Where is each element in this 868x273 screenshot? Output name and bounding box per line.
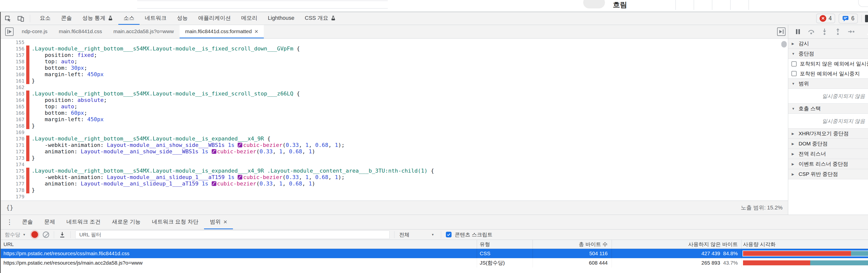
line-number[interactable]: 175 [1, 168, 25, 174]
device-toolbar-icon[interactable] [17, 15, 25, 22]
line-number[interactable]: 158 [1, 58, 25, 65]
clear-coverage-button[interactable] [43, 231, 49, 238]
section-breakpoints[interactable]: ▼중단점 [788, 49, 868, 59]
line-number[interactable]: 177 [1, 181, 25, 187]
line-number[interactable]: 161 [1, 78, 25, 84]
tab-label: 애플리케이션 [198, 15, 231, 22]
record-coverage-button[interactable] [31, 231, 38, 238]
tab-lighthouse[interactable]: Lighthouse [262, 12, 300, 25]
col-usage-visualization[interactable]: 사용량 시각화 [742, 240, 868, 248]
section-csp-violation-breakpoints[interactable]: ▶CSP 위반 중단점 [788, 169, 868, 179]
table-row[interactable]: https://pm.pstatic.net/resources/js/main… [1, 258, 868, 268]
line-number[interactable]: 168 [1, 122, 25, 129]
line-number[interactable]: 159 [1, 65, 25, 71]
col-unused-bytes[interactable]: 사용하지 않은 바이트 [612, 240, 742, 248]
bezier-swatch-icon[interactable] [212, 149, 216, 154]
sidebar-toggle-icon[interactable] [777, 27, 785, 36]
line-number[interactable]: 165 [1, 103, 25, 110]
drawer-tab-console[interactable]: 콘솔 [16, 215, 38, 229]
tab-network[interactable]: 네트워크 [140, 12, 172, 25]
line-number[interactable]: 157 [1, 52, 25, 58]
tab-performance-insights[interactable]: 성능 통계 [77, 12, 118, 25]
triangle-down-icon: ▼ [792, 52, 796, 56]
section-global-listeners[interactable]: ▶전역 리스너 [788, 149, 868, 159]
step-out-icon[interactable] [834, 28, 842, 35]
drawer-tab-network-conditions[interactable]: 네트워크 조건 [61, 215, 106, 229]
col-type[interactable]: 유형 [477, 240, 533, 248]
step-icon[interactable] [847, 28, 855, 35]
inspect-element-icon[interactable] [4, 15, 11, 22]
section-call-stack[interactable]: ▼호출 스택 [788, 104, 868, 114]
code-line: 158 top: auto; [1, 58, 778, 65]
bezier-swatch-icon[interactable] [238, 175, 242, 180]
checkbox-label: 포착된 예외에서 일시중지 [800, 70, 860, 77]
content-scripts-checkbox[interactable]: 콘텐츠 스크립트 [446, 231, 493, 238]
line-number[interactable]: 164 [1, 97, 25, 103]
file-tab-main.f6c8441d.css:formatted[interactable]: main.f6c8441d.css:formatted× [180, 25, 264, 38]
tab-css-overview[interactable]: CSS 개요 [300, 12, 341, 25]
line-number[interactable]: 171 [1, 142, 25, 148]
file-tab-ndp-core.js[interactable]: ndp-core.js [16, 25, 53, 38]
close-tab-icon[interactable]: × [223, 219, 227, 225]
file-tab-main.f6c8441d.css[interactable]: main.f6c8441d.css [53, 25, 108, 38]
line-number[interactable]: 163 [1, 90, 25, 97]
line-number[interactable]: 179 [1, 193, 25, 200]
drawer-tab-whats-new[interactable]: 새로운 기능 [106, 215, 146, 229]
tab-elements[interactable]: 요소 [35, 12, 56, 25]
error-badge[interactable]: ✕ 4 [816, 13, 835, 23]
line-number[interactable]: 160 [1, 71, 25, 78]
col-url[interactable]: URL [1, 240, 477, 248]
line-number[interactable]: 173 [1, 155, 25, 161]
drawer-tab-coverage[interactable]: 범위× [204, 215, 233, 229]
section-dom-breakpoints[interactable]: ▶DOM 중단점 [788, 139, 868, 149]
editor-scrollbar-thumb[interactable] [781, 41, 787, 48]
tab-console[interactable]: 콘솔 [56, 12, 77, 25]
line-number[interactable]: 155 [1, 39, 25, 46]
more-options-icon[interactable] [865, 15, 868, 22]
code-text [29, 84, 32, 90]
drawer-tab-network-request-blocking[interactable]: 네트워크 요청 차단 [146, 215, 204, 229]
section-xhr-fetch-breakpoints[interactable]: ▶XHR/가져오기 중단점 [788, 129, 868, 139]
line-number[interactable]: 166 [1, 110, 25, 116]
pretty-print-button[interactable]: {} [6, 204, 13, 211]
checkbox-pause-caught[interactable]: 포착된 예외에서 일시중지 [788, 69, 868, 79]
section-watch[interactable]: ▶감시 [788, 38, 868, 49]
pause-script-icon[interactable] [794, 28, 802, 35]
tab-performance[interactable]: 성능 [172, 12, 193, 25]
drawer-menu-icon[interactable]: ⋮ [3, 219, 16, 225]
line-number[interactable]: 172 [1, 148, 25, 155]
coverage-type-select[interactable]: 전체 ▼ [399, 231, 436, 238]
tab-sources[interactable]: 소스 [118, 12, 140, 25]
coverage-granularity-select[interactable]: 함수당 ▼ [5, 231, 26, 238]
tab-memory[interactable]: 메모리 [236, 12, 262, 25]
tab-application[interactable]: 애플리케이션 [193, 12, 236, 25]
file-tab-main.acc2da58.js?o=www[interactable]: main.acc2da58.js?o=www [108, 25, 180, 38]
section-scope[interactable]: ▼범위 [788, 79, 868, 89]
bezier-swatch-icon[interactable] [238, 143, 242, 147]
navigator-toggle-icon[interactable] [5, 27, 13, 36]
table-row[interactable]: https://pm.pstatic.net/resources/css/mai… [1, 249, 868, 258]
issues-badge[interactable]: 6 [839, 13, 858, 24]
line-number[interactable]: 178 [1, 187, 25, 193]
code-editor[interactable]: 155156.Layout-module__right_bottom___s54… [1, 38, 788, 200]
line-number[interactable]: 156 [1, 46, 25, 52]
url-filter-input[interactable] [75, 230, 390, 239]
code-line: 156.Layout-module__right_bottom___s54MX.… [1, 46, 778, 52]
checkbox-pause-uncaught[interactable]: 포착되지 않은 예외에서 일시중지 [788, 59, 868, 69]
coverage-table-body: https://pm.pstatic.net/resources/css/mai… [1, 249, 868, 268]
line-number[interactable]: 176 [1, 174, 25, 181]
close-tab-icon[interactable]: × [254, 28, 258, 35]
deactivate-breakpoints-icon[interactable] [867, 28, 868, 35]
line-number[interactable]: 167 [1, 116, 25, 122]
line-number[interactable]: 162 [1, 84, 25, 90]
step-over-icon[interactable] [807, 28, 815, 35]
line-number[interactable]: 169 [1, 129, 25, 136]
section-event-listener-breakpoints[interactable]: ▶이벤트 리스너 중단점 [788, 159, 868, 169]
bezier-swatch-icon[interactable] [212, 181, 216, 186]
line-number[interactable]: 174 [1, 161, 25, 168]
export-coverage-icon[interactable] [59, 231, 66, 238]
drawer-tab-issues[interactable]: 문제 [38, 215, 61, 229]
step-into-icon[interactable] [821, 28, 828, 35]
col-total-bytes[interactable]: 총 바이트 수 [533, 240, 612, 248]
line-number[interactable]: 170 [1, 136, 25, 142]
